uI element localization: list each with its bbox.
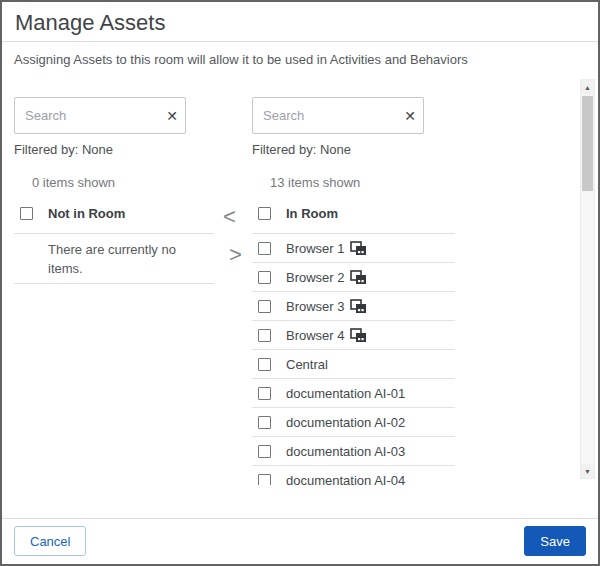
item-checkbox[interactable] <box>258 271 271 284</box>
item-checkbox[interactable] <box>258 387 271 400</box>
item-checkbox[interactable] <box>258 358 271 371</box>
not-in-room-search-box: ✕ <box>14 97 186 134</box>
list-item[interactable]: Central <box>252 350 455 379</box>
dialog-description: Assigning Assets to this room will allow… <box>14 52 468 67</box>
footer-divider <box>2 518 598 519</box>
not-in-room-filter-status: Filtered by: None <box>14 142 113 157</box>
search-input-not-in-room[interactable] <box>15 108 159 123</box>
save-button[interactable]: Save <box>524 526 586 556</box>
item-label: documentation AI-02 <box>286 415 405 430</box>
select-all-in-room-checkbox[interactable] <box>258 207 271 220</box>
scrollbar-thumb[interactable] <box>582 96 593 191</box>
in-room-search-box: ✕ <box>252 97 424 134</box>
header-divider <box>2 41 598 42</box>
browser-window-icon <box>350 328 367 343</box>
move-left-button[interactable]: < <box>223 206 236 228</box>
scroll-up-icon[interactable]: ▲ <box>581 80 594 94</box>
item-checkbox[interactable] <box>258 300 271 313</box>
item-label: Central <box>286 357 328 372</box>
dialog-scroll-area: ✕ ✕ Filtered by: None Filtered by: None … <box>2 75 598 485</box>
item-checkbox[interactable] <box>258 445 271 458</box>
clear-search-icon[interactable]: ✕ <box>159 108 185 124</box>
item-label: documentation AI-04 <box>286 473 405 486</box>
item-label: Browser 1 <box>286 241 345 256</box>
list-item[interactable]: Browser 4 <box>252 321 455 350</box>
item-label: Browser 3 <box>286 299 345 314</box>
item-label: documentation AI-03 <box>286 444 405 459</box>
item-label: Browser 4 <box>286 328 345 343</box>
list-item[interactable]: Browser 1 <box>252 234 455 263</box>
page-title: Manage Assets <box>15 10 165 36</box>
move-right-button[interactable]: > <box>229 244 242 266</box>
list-item[interactable]: documentation AI-02 <box>252 408 455 437</box>
manage-assets-dialog: Manage Assets Assigning Assets to this r… <box>0 0 600 566</box>
not-in-room-items-count: 0 items shown <box>32 175 115 190</box>
not-in-room-header-row: Not in Room <box>20 206 125 221</box>
browser-window-icon <box>350 241 367 256</box>
in-room-header-row: In Room <box>258 206 338 221</box>
in-room-filter-status: Filtered by: None <box>252 142 351 157</box>
item-checkbox[interactable] <box>258 474 271 486</box>
item-label: documentation AI-01 <box>286 386 405 401</box>
list-item[interactable]: Browser 3 <box>252 292 455 321</box>
list-item[interactable]: documentation AI-01 <box>252 379 455 408</box>
search-input-in-room[interactable] <box>253 108 397 123</box>
in-room-items-count: 13 items shown <box>270 175 360 190</box>
select-all-not-in-room-checkbox[interactable] <box>20 207 33 220</box>
scroll-down-icon[interactable]: ▼ <box>581 464 594 478</box>
in-room-header-label: In Room <box>286 206 338 221</box>
browser-window-icon <box>350 270 367 285</box>
divider <box>14 233 214 234</box>
cancel-button[interactable]: Cancel <box>14 526 86 556</box>
list-item[interactable]: Browser 2 <box>252 263 455 292</box>
browser-window-icon <box>350 299 367 314</box>
clear-search-icon[interactable]: ✕ <box>397 108 423 124</box>
not-in-room-header-label: Not in Room <box>48 206 125 221</box>
list-item[interactable]: documentation AI-03 <box>252 437 455 466</box>
scrollbar[interactable]: ▲ ▼ <box>580 79 595 479</box>
not-in-room-empty-message: There are currently no items. <box>48 241 210 279</box>
item-checkbox[interactable] <box>258 329 271 342</box>
divider <box>14 283 214 284</box>
item-checkbox[interactable] <box>258 416 271 429</box>
list-item[interactable]: documentation AI-04 <box>252 466 455 485</box>
item-label: Browser 2 <box>286 270 345 285</box>
item-checkbox[interactable] <box>258 242 271 255</box>
